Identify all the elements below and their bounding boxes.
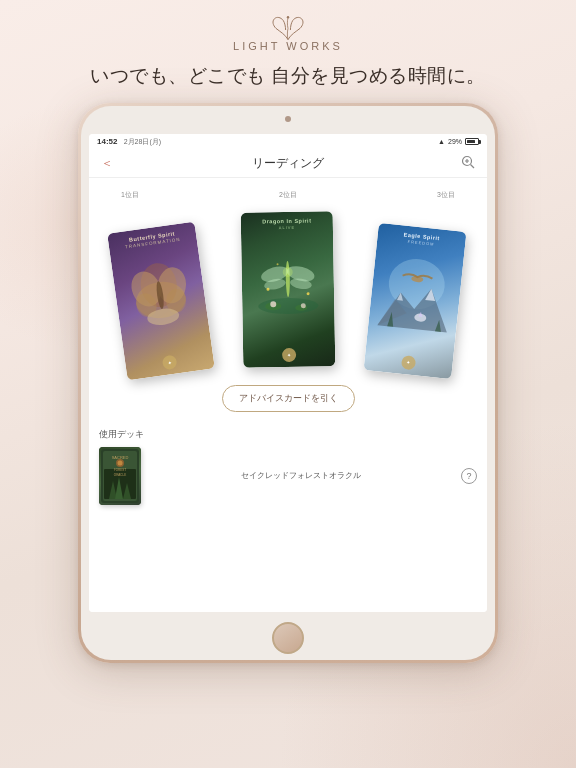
svg-point-18 <box>286 260 291 296</box>
butterfly-illustration <box>119 240 201 339</box>
svg-point-26 <box>277 263 279 265</box>
battery-percent: 29% <box>448 138 462 145</box>
screen: 14:52 2月28日(月) ▲ 29% ＜ リーディング <box>89 134 487 612</box>
battery-icon <box>465 138 479 145</box>
deck-label: 使用デッキ <box>99 428 477 441</box>
logo-area: LIGHT WORKS <box>0 0 576 52</box>
svg-text:SACRED: SACRED <box>112 455 129 460</box>
svg-point-25 <box>307 292 310 295</box>
card-dragon-name: Dragon In Spirit <box>241 217 333 225</box>
status-date: 2月28日(月) <box>124 138 161 145</box>
status-bar: 14:52 2月28日(月) ▲ 29% <box>89 134 487 150</box>
deck-card-illustration: SACRED FOREST ORACLE <box>101 449 139 503</box>
tagline: いつでも、どこでも 自分を見つめる時間に。 <box>0 62 576 91</box>
card-2-label: 2位目 <box>279 190 297 200</box>
wifi-icon: ▲ <box>438 138 445 145</box>
card-3-label: 3位目 <box>437 190 455 200</box>
svg-point-0 <box>287 16 289 18</box>
ipad-frame: 14:52 2月28日(月) ▲ 29% ＜ リーディング <box>78 103 498 663</box>
svg-point-44 <box>118 460 123 465</box>
svg-text:ORACLE: ORACLE <box>114 473 126 477</box>
card-1-label: 1位目 <box>121 190 139 200</box>
svg-line-2 <box>471 164 475 168</box>
card-dragon[interactable]: Dragon In Spirit ALIVE <box>241 211 336 368</box>
card-eagle[interactable]: Eagle Spirit FREEDOM <box>364 222 467 378</box>
back-button[interactable]: ＜ <box>101 155 113 172</box>
card-butterfly-badge: ✦ <box>162 354 178 370</box>
ipad-home-button[interactable] <box>272 622 304 654</box>
svg-text:FOREST: FOREST <box>114 468 126 472</box>
logo-text: LIGHT WORKS <box>233 40 343 52</box>
deck-card-image[interactable]: SACRED FOREST ORACLE <box>99 447 141 505</box>
eagle-illustration <box>376 245 455 342</box>
logo-icon <box>268 14 308 42</box>
status-time: 14:52 <box>97 137 117 146</box>
deck-section: 使用デッキ <box>99 422 477 505</box>
advice-card-button[interactable]: アドバイスカードを引く <box>222 385 355 412</box>
main-content: 1位目 2位目 3位目 Butterfly Spirit TRANSFORMAT… <box>89 178 487 612</box>
cards-section: 1位目 2位目 3位目 Butterfly Spirit TRANSFORMAT… <box>99 190 477 375</box>
nav-title: リーディング <box>252 155 324 172</box>
card-dragon-subtitle: ALIVE <box>241 224 333 231</box>
zoom-button[interactable] <box>461 155 475 172</box>
ipad-camera <box>285 116 291 122</box>
deck-name: セイクレッドフォレストオラクル <box>151 470 451 481</box>
card-dragon-badge: ✦ <box>282 347 296 361</box>
status-right: ▲ 29% <box>438 138 479 145</box>
card-eagle-badge: ✦ <box>401 354 416 369</box>
deck-help-button[interactable]: ? <box>461 468 477 484</box>
card-butterfly[interactable]: Butterfly Spirit TRANSFORMATION <box>107 221 215 380</box>
dragon-illustration <box>252 233 324 324</box>
nav-bar: ＜ リーディング <box>89 150 487 178</box>
deck-row: SACRED FOREST ORACLE セイクレッドフォレストオラクル ? <box>99 447 477 505</box>
